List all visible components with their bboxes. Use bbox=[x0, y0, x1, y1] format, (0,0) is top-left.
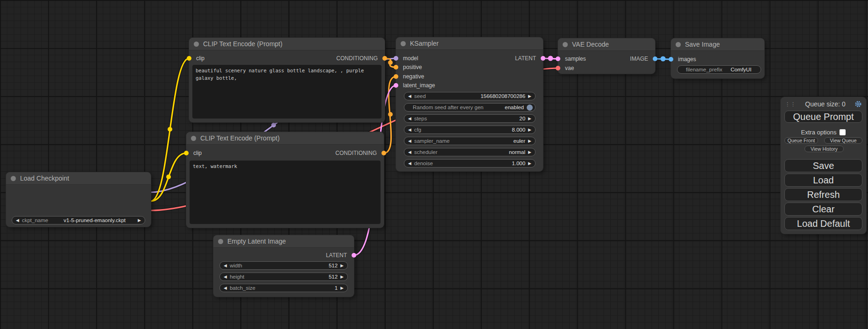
decrement-arrow-icon[interactable]: ◀ bbox=[224, 264, 227, 268]
increment-arrow-icon[interactable]: ▶ bbox=[340, 275, 344, 279]
collapse-dot-icon[interactable] bbox=[563, 42, 568, 47]
node-empty-latent-image[interactable]: Empty Latent Image LATENT ◀ width 512 ▶ … bbox=[213, 235, 354, 297]
slot-label: negative bbox=[403, 73, 424, 80]
queue-front-button[interactable]: Queue Front bbox=[784, 137, 818, 144]
increment-arrow-icon[interactable]: ▶ bbox=[528, 128, 531, 132]
latent-output-dot[interactable] bbox=[352, 253, 356, 258]
node-save-image[interactable]: Save Image images filename_prefix ComfyU… bbox=[671, 38, 764, 78]
positive-input-dot[interactable] bbox=[394, 65, 398, 70]
node-ksampler[interactable]: KSampler model LATENT positive negative … bbox=[396, 37, 543, 171]
vae-input-dot[interactable] bbox=[556, 66, 560, 70]
toggle-dot-icon[interactable] bbox=[527, 105, 533, 111]
increment-arrow-icon[interactable]: ▶ bbox=[528, 94, 531, 98]
save-button[interactable]: Save bbox=[784, 159, 862, 172]
collapse-dot-icon[interactable] bbox=[11, 176, 16, 181]
widget-label: filename_prefix bbox=[681, 67, 722, 72]
slot-label: LATENT bbox=[515, 55, 536, 62]
output-slot-image: IMAGE bbox=[558, 55, 655, 63]
widget-label: ckpt_name bbox=[22, 217, 48, 223]
negative-input-dot[interactable] bbox=[394, 74, 398, 79]
prompt-textarea[interactable]: text, watermark bbox=[190, 161, 381, 224]
node-clip-text-encode-negative[interactable]: CLIP Text Encode (Prompt) clip CONDITION… bbox=[186, 132, 384, 228]
refresh-label: Refresh bbox=[807, 189, 840, 200]
extra-options-checkbox[interactable] bbox=[840, 129, 846, 135]
increment-arrow-icon[interactable]: ▶ bbox=[528, 161, 531, 166]
denoise-widget[interactable]: ◀ denoise 1.000 ▶ bbox=[404, 159, 536, 168]
decrement-arrow-icon[interactable]: ◀ bbox=[408, 128, 411, 132]
node-header[interactable]: Save Image bbox=[671, 38, 764, 51]
increment-arrow-icon[interactable]: ▶ bbox=[340, 264, 344, 268]
node-header[interactable]: VAE Decode bbox=[558, 38, 655, 51]
queue-panel[interactable]: ⋮⋮ Queue size: 0 Queue Prompt Extra opti… bbox=[781, 97, 866, 234]
decrement-arrow-icon[interactable]: ◀ bbox=[16, 218, 19, 223]
decrement-arrow-icon[interactable]: ◀ bbox=[408, 150, 411, 154]
sampler-name-widget[interactable]: ◀ sampler_name euler ▶ bbox=[404, 137, 536, 145]
random-seed-toggle-widget[interactable]: Random seed after every gen enabled bbox=[404, 103, 536, 112]
filename-prefix-widget[interactable]: filename_prefix ComfyUI bbox=[677, 65, 761, 74]
drag-handle-icon[interactable]: ⋮⋮ bbox=[785, 101, 796, 107]
collapse-dot-icon[interactable] bbox=[401, 41, 406, 46]
prompt-textarea[interactable]: beautiful scenery nature glass bottle la… bbox=[192, 65, 381, 119]
node-header[interactable]: Empty Latent Image bbox=[213, 235, 354, 248]
widget-value: 156680208700286 bbox=[480, 93, 525, 99]
collapse-dot-icon[interactable] bbox=[191, 136, 196, 141]
conditioning-output-dot[interactable] bbox=[381, 151, 386, 155]
clear-button[interactable]: Clear bbox=[784, 203, 862, 216]
node-title: Save Image bbox=[685, 41, 720, 48]
node-title: Load Checkpoint bbox=[20, 175, 69, 182]
decrement-arrow-icon[interactable]: ◀ bbox=[408, 117, 411, 121]
increment-arrow-icon[interactable]: ▶ bbox=[528, 150, 531, 154]
node-header[interactable]: KSampler bbox=[396, 37, 543, 50]
steps-widget[interactable]: ◀ steps 20 ▶ bbox=[404, 114, 536, 123]
node-header[interactable]: CLIP Text Encode (Prompt) bbox=[186, 132, 384, 145]
refresh-button[interactable]: Refresh bbox=[784, 188, 862, 201]
decrement-arrow-icon[interactable]: ◀ bbox=[408, 94, 411, 98]
seed-widget[interactable]: ◀ seed 156680208700286 ▶ bbox=[404, 92, 536, 100]
view-history-label: View History bbox=[811, 146, 838, 152]
comfyui-canvas[interactable]: { "nodes": { "load_checkpoint": { "title… bbox=[0, 0, 868, 329]
queue-prompt-button[interactable]: Queue Prompt bbox=[784, 111, 862, 123]
images-input-dot[interactable] bbox=[669, 57, 673, 62]
collapse-dot-icon[interactable] bbox=[218, 239, 223, 244]
scheduler-widget[interactable]: ◀ scheduler normal ▶ bbox=[404, 148, 536, 156]
decrement-arrow-icon[interactable]: ◀ bbox=[224, 275, 227, 279]
node-header[interactable]: Load Checkpoint bbox=[6, 172, 151, 185]
latent-image-input-dot[interactable] bbox=[394, 83, 398, 88]
ckpt-name-widget[interactable]: ◀ ckpt_name v1-5-pruned-emaonly.ckpt ▶ bbox=[12, 216, 145, 224]
increment-arrow-icon[interactable]: ▶ bbox=[340, 286, 344, 290]
cfg-widget[interactable]: ◀ cfg 8.000 ▶ bbox=[404, 126, 536, 134]
latent-output-dot[interactable] bbox=[541, 56, 545, 61]
decrement-arrow-icon[interactable]: ◀ bbox=[408, 161, 411, 166]
load-default-button[interactable]: Load Default bbox=[784, 217, 862, 230]
increment-arrow-icon[interactable]: ▶ bbox=[138, 218, 141, 223]
queue-panel-header: ⋮⋮ Queue size: 0 bbox=[781, 100, 866, 108]
decrement-arrow-icon[interactable]: ◀ bbox=[224, 286, 227, 290]
collapse-dot-icon[interactable] bbox=[194, 42, 199, 47]
node-vae-decode[interactable]: VAE Decode samples IMAGE vae bbox=[558, 38, 655, 74]
conditioning-output-dot[interactable] bbox=[382, 56, 387, 61]
output-slot-latent: LATENT bbox=[396, 55, 543, 62]
collapse-dot-icon[interactable] bbox=[676, 42, 681, 47]
increment-arrow-icon[interactable]: ▶ bbox=[528, 117, 531, 121]
widget-label: cfg bbox=[414, 127, 421, 133]
settings-gear-icon[interactable] bbox=[854, 100, 862, 108]
output-slot-latent: LATENT bbox=[213, 252, 354, 259]
node-load-checkpoint[interactable]: Load Checkpoint MODEL CLIP VAE ◀ ckpt_na… bbox=[6, 172, 151, 227]
load-button[interactable]: Load bbox=[784, 174, 862, 187]
decrement-arrow-icon[interactable]: ◀ bbox=[408, 139, 411, 143]
widget-value: enabled bbox=[505, 105, 524, 110]
image-output-dot[interactable] bbox=[653, 56, 657, 61]
view-history-button[interactable]: View History bbox=[804, 146, 844, 152]
height-widget[interactable]: ◀ height 512 ▶ bbox=[219, 273, 348, 281]
batch-size-widget[interactable]: ◀ batch_size 1 ▶ bbox=[219, 284, 348, 292]
node-clip-text-encode-positive[interactable]: CLIP Text Encode (Prompt) clip CONDITION… bbox=[189, 38, 385, 122]
node-header[interactable]: CLIP Text Encode (Prompt) bbox=[189, 38, 385, 50]
width-widget[interactable]: ◀ width 512 ▶ bbox=[219, 261, 348, 270]
view-queue-label: View Queue bbox=[830, 138, 856, 143]
widget-value: ComfyUI bbox=[731, 67, 752, 72]
view-queue-button[interactable]: View Queue bbox=[824, 137, 862, 144]
extra-options-row: Extra options bbox=[781, 128, 866, 136]
slot-label: vae bbox=[565, 65, 574, 71]
node-title: VAE Decode bbox=[572, 41, 609, 48]
increment-arrow-icon[interactable]: ▶ bbox=[528, 139, 531, 143]
